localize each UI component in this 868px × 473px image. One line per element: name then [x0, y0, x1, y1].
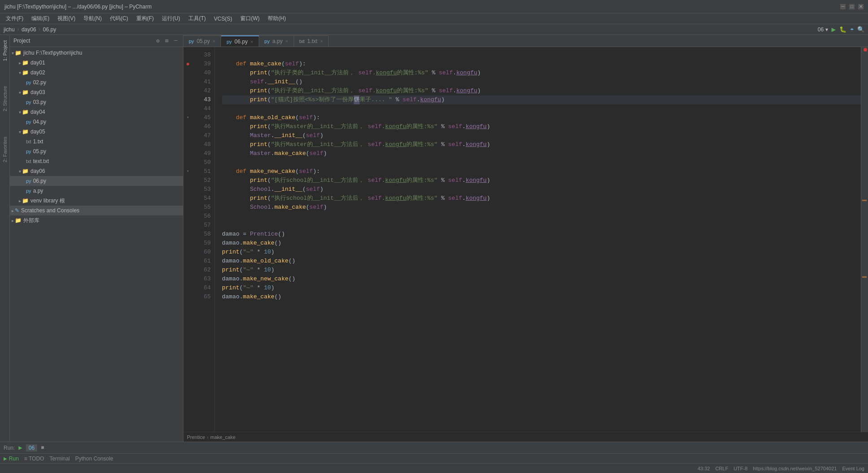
code-line-52[interactable]: print ( "执行school的__init__方法前， self . ko…	[222, 176, 861, 185]
code-line-58[interactable]: damao = Prentice ()	[222, 230, 861, 239]
code-line-42[interactable]: print ( "执行子类的__init__方法前， self . kongfu…	[222, 86, 861, 95]
code-line-43[interactable]: print ( "[猫式]按照<%s>制作了一份厚 饼 果子.... " % s…	[222, 95, 861, 104]
status-bar: 43:32 CRLF UTF-8 https://blog.csdn.net/w…	[0, 463, 868, 473]
status-charset[interactable]: UTF-8	[733, 466, 747, 471]
tab-05py[interactable]: py 05.py ×	[183, 35, 221, 47]
menu-file[interactable]: 文件(F)	[2, 14, 27, 23]
code-line-39[interactable]: def make_cake ( self ):	[222, 60, 861, 69]
tab-apy[interactable]: py a.py ×	[259, 35, 294, 47]
right-scrollbar[interactable]	[861, 47, 868, 432]
tree-item-day06[interactable]: ▾ 📁 day06	[10, 166, 183, 176]
status-url[interactable]: https://blog.csdn.net/weixin_52704021	[753, 466, 837, 471]
menu-edit[interactable]: 编辑(E)	[28, 14, 53, 23]
code-line-51[interactable]: def make_new_cake ( self ):	[222, 167, 861, 176]
tree-item-04py[interactable]: py 04.py	[10, 117, 183, 127]
tab-close-05py[interactable]: ×	[213, 39, 215, 44]
breadcrumb-make-cake[interactable]: make_cake	[210, 434, 235, 440]
debug-icon[interactable]: 🐛	[839, 26, 846, 33]
tree-item-05py[interactable]: py 05.py	[10, 146, 183, 156]
code-line-53[interactable]: School . __init__ ( self )	[222, 185, 861, 194]
tree-item-1txt[interactable]: txt 1.txt	[10, 137, 183, 146]
tab-bar: py 05.py × py 06.py × py a.py × txt 1.tx…	[183, 35, 868, 47]
menu-help[interactable]: 帮助(H)	[264, 14, 290, 23]
tab-1txt[interactable]: txt 1.txt ×	[294, 35, 329, 47]
code-line-38	[222, 51, 861, 60]
code-line-47[interactable]: Master . __init__ ( self )	[222, 131, 861, 140]
menu-window[interactable]: 窗口(W)	[237, 14, 263, 23]
code-line-65[interactable]: damao . make_cake ()	[222, 292, 861, 301]
tab-06py[interactable]: py 06.py ×	[221, 35, 259, 47]
status-event-log[interactable]: Event Log	[842, 466, 864, 471]
minimize-button[interactable]: ─	[840, 4, 846, 9]
menu-refactor[interactable]: 重构(F)	[133, 14, 157, 23]
run-button[interactable]: ▶ Run	[4, 455, 19, 462]
gutter-39[interactable]: ●	[183, 60, 192, 69]
terminal-button[interactable]: Terminal	[49, 456, 69, 462]
code-line-49[interactable]: Master . make_cake ( self )	[222, 149, 861, 158]
run-stop-icon[interactable]: ■	[41, 445, 44, 451]
breadcrumb-day06[interactable]: day06	[22, 26, 36, 33]
favorites-tab-button[interactable]: 2: Favorites	[1, 133, 9, 166]
todo-button[interactable]: ≡ TODO	[24, 456, 44, 462]
code-line-62[interactable]: print ( "—" * 10 )	[222, 266, 861, 275]
structure-tab-button[interactable]: 2: Structure	[1, 82, 9, 115]
tree-item-02py[interactable]: py 02.py	[10, 77, 183, 87]
tree-item-03py[interactable]: py 03.py	[10, 97, 183, 107]
menu-view[interactable]: 视图(V)	[54, 14, 79, 23]
menu-navigate[interactable]: 导航(N)	[80, 14, 105, 23]
breadcrumb-jichu[interactable]: jichu	[4, 26, 15, 33]
tree-item-day05[interactable]: ▾ 📁 day05	[10, 127, 183, 137]
search-icon[interactable]: 🔍	[857, 26, 864, 33]
tree-item-day01[interactable]: ▸ 📁 day01	[10, 58, 183, 68]
code-line-41[interactable]: self . __init__ ()	[222, 77, 861, 86]
tab-close-apy[interactable]: ×	[285, 39, 288, 44]
coverage-icon[interactable]: ☂	[850, 26, 854, 33]
code-line-40[interactable]: print ( "执行子类的__init__方法前， self . kongfu…	[222, 69, 861, 77]
code-line-54[interactable]: print ( "执行school的__init__方法后， self . ko…	[222, 194, 861, 203]
maximize-button[interactable]: □	[849, 4, 855, 9]
settings-icon[interactable]: ⚙	[154, 37, 161, 44]
breadcrumb-prentice[interactable]: Prentice	[187, 434, 205, 440]
menu-code[interactable]: 代码(C)	[106, 14, 132, 23]
tree-item-06py[interactable]: py 06.py	[10, 176, 183, 186]
status-crlf[interactable]: CRLF	[715, 466, 728, 471]
close-button[interactable]: ✕	[858, 4, 864, 9]
menu-tools[interactable]: 工具(T)	[185, 14, 209, 23]
python-console-button[interactable]: Python Console	[75, 456, 113, 462]
menu-run[interactable]: 运行(U)	[158, 14, 184, 23]
project-panel: Project ⚙ ⊞ — ▾ 📁 jichu F:\Text\python\j…	[10, 35, 183, 442]
menu-vcs[interactable]: VCS(S)	[210, 15, 236, 23]
gutter-48	[183, 140, 192, 149]
code-line-45[interactable]: def make_old_cake ( self ):	[222, 113, 861, 122]
code-content[interactable]: def make_cake ( self ): print ( "执行子类的__…	[215, 47, 861, 432]
run-play-icon[interactable]: ▶	[18, 444, 22, 452]
code-line-46[interactable]: print ( "执行Master的__init__方法前， self . ko…	[222, 122, 861, 131]
tree-item-day03[interactable]: ▾ 📁 day03	[10, 87, 183, 97]
run-icon[interactable]: ▶	[832, 25, 836, 34]
tree-item-venv[interactable]: ▸ 📁 venv library 根	[10, 196, 183, 206]
code-line-59[interactable]: damao . make_cake ()	[222, 239, 861, 248]
project-tab-button[interactable]: 1: Project	[1, 37, 9, 64]
tree-item-jichu-root[interactable]: ▾ 📁 jichu F:\Text\python\jichu	[10, 48, 183, 58]
tab-close-06py[interactable]: ×	[250, 39, 253, 44]
code-line-63[interactable]: damao . make_new_cake ()	[222, 275, 861, 284]
code-line-55[interactable]: School . make_cake ( self )	[222, 203, 861, 212]
code-line-64[interactable]: print ( "—" * 10 )	[222, 284, 861, 292]
gutter-52	[183, 176, 192, 185]
run-bar: Run: ▶ 06 ■	[0, 442, 868, 453]
tree-item-texttxt[interactable]: txt text.txt	[10, 156, 183, 166]
breadcrumb-file[interactable]: 06.py	[43, 26, 56, 33]
tree-item-apy[interactable]: py a.py	[10, 186, 183, 196]
gutter-63	[183, 275, 192, 284]
tab-close-1txt[interactable]: ×	[320, 39, 323, 44]
tree-item-scratches[interactable]: ▸ ✎ Scratches and Consoles	[10, 206, 183, 215]
code-line-60[interactable]: print ( "—" * 10 )	[222, 248, 861, 257]
code-line-44	[222, 104, 861, 113]
tree-item-day02[interactable]: ▾ 📁 day02	[10, 68, 183, 77]
tree-item-external[interactable]: ▸ 📁 外部库	[10, 215, 183, 225]
expand-all-icon[interactable]: ⊞	[163, 37, 170, 44]
code-line-61[interactable]: damao . make_old_cake ()	[222, 257, 861, 266]
tree-item-day04[interactable]: ▾ 📁 day04	[10, 107, 183, 117]
code-line-48[interactable]: print ( "执行Master的__init__方法后， self . ko…	[222, 140, 861, 149]
collapse-icon[interactable]: —	[172, 37, 179, 44]
